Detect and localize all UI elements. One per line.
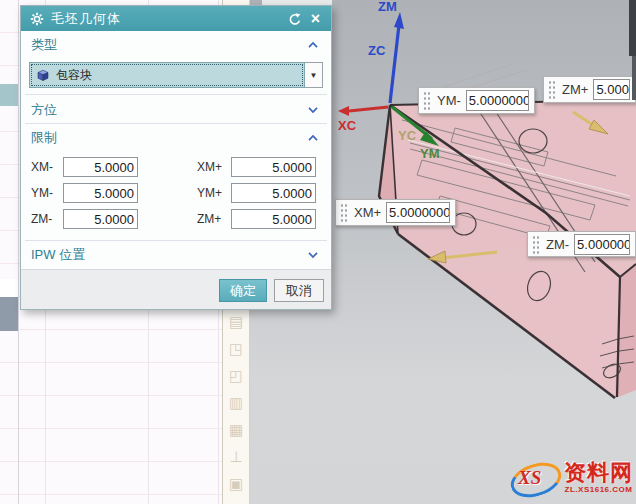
- method-icon[interactable]: ▣: [226, 474, 246, 494]
- axis-label-ym: YM: [420, 146, 440, 161]
- limit-row-y: YM- 5.0000 YM+ 5.0000: [29, 182, 323, 204]
- chevron-down-icon[interactable]: [307, 106, 319, 114]
- zm-minus-label: ZM-: [31, 212, 63, 226]
- dropdown-arrow-button[interactable]: ▼: [305, 62, 323, 88]
- zm-plus-label: ZM+: [197, 212, 231, 226]
- section-header-orientation[interactable]: 方位: [21, 99, 331, 121]
- drag-handle-icon[interactable]: [548, 80, 557, 99]
- zm-minus-float-input[interactable]: 5.0000000: [574, 234, 630, 255]
- ym-plus-label: YM+: [197, 186, 231, 200]
- xs-logo-icon: XS: [508, 458, 560, 498]
- limit-offset-fields: XM- 5.0000 XM+ 5.0000 YM- 5.0000 YM+ 5.0…: [29, 156, 323, 234]
- watermark-logo-text: XS: [518, 467, 541, 489]
- zm-plus-float-box[interactable]: ZM+ 5.0000000: [543, 76, 636, 103]
- workpiece-icon[interactable]: ◰: [226, 366, 246, 386]
- ym-minus-float-box[interactable]: YM- 5.0000000: [418, 87, 535, 114]
- section-label: IPW 位置: [31, 246, 85, 264]
- section-label: 类型: [31, 36, 57, 54]
- blank-type-dropdown[interactable]: 包容块: [29, 62, 305, 88]
- xm-plus-label: XM+: [197, 160, 231, 174]
- blank-geometry-dialog: 毛坯几何体 × 类型 包容块 ▼: [20, 5, 332, 310]
- axis-label-zc: ZC: [368, 43, 386, 58]
- ym-plus-input[interactable]: 5.0000: [231, 183, 316, 203]
- limit-row-z: ZM- 5.0000 ZM+ 5.0000: [29, 208, 323, 230]
- operation-icon[interactable]: ▥: [226, 393, 246, 413]
- dialog-title: 毛坯几何体: [51, 10, 279, 28]
- app-window: ▤ ◳ ◰ ▥ ▦ ⊥ ▣: [0, 0, 636, 504]
- watermark-site-name: 资料网: [564, 462, 633, 484]
- drag-handle-icon[interactable]: [340, 203, 349, 222]
- panel-divider: [18, 0, 19, 504]
- gear-icon: [29, 11, 44, 26]
- screen-edge-band: [629, 0, 636, 56]
- bounding-block-icon: [36, 68, 50, 82]
- xm-minus-label: XM-: [31, 160, 63, 174]
- axis-label-yc: YC: [398, 128, 417, 143]
- tool-icon[interactable]: ⊥: [226, 447, 246, 467]
- watermark-site-url: ZL.XS1616.COM: [565, 486, 633, 494]
- zm-minus-input[interactable]: 5.0000: [63, 209, 138, 229]
- limit-row-x: XM- 5.0000 XM+ 5.0000: [29, 156, 323, 178]
- drag-handle-icon[interactable]: [423, 91, 432, 110]
- zm-minus-float-box[interactable]: ZM- 5.0000000: [527, 231, 636, 257]
- ym-minus-input[interactable]: 5.0000: [63, 183, 138, 203]
- xm-plus-float-box[interactable]: XM+ 5.0000000: [335, 199, 456, 226]
- close-icon[interactable]: ×: [308, 11, 323, 26]
- reset-icon[interactable]: [286, 11, 301, 26]
- ok-button[interactable]: 确定: [219, 279, 267, 302]
- row-block: [0, 279, 18, 297]
- chevron-up-icon[interactable]: [307, 134, 319, 142]
- xm-plus-float-input[interactable]: 5.0000000: [386, 202, 450, 223]
- scrollbar-thumb[interactable]: [0, 297, 18, 331]
- dialog-titlebar[interactable]: 毛坯几何体 ×: [21, 6, 331, 31]
- machining-setup-icon[interactable]: ◳: [226, 339, 246, 359]
- chevron-down-icon[interactable]: [307, 251, 319, 259]
- blank-type-value: 包容块: [56, 67, 92, 84]
- xm-minus-input[interactable]: 5.0000: [63, 157, 138, 177]
- dialog-footer: 确定 取消: [21, 269, 331, 309]
- section-label: 方位: [31, 101, 57, 119]
- drag-handle-icon[interactable]: [532, 235, 541, 254]
- watermark: XS 资料网 ZL.XS1616.COM: [508, 458, 633, 498]
- cancel-button[interactable]: 取消: [274, 279, 324, 302]
- zm-plus-float-input[interactable]: 5.0000000: [593, 79, 630, 100]
- ym-minus-float-input[interactable]: 5.0000000: [466, 90, 529, 111]
- screen-edge-band: [632, 56, 636, 100]
- chevron-up-icon[interactable]: [307, 41, 319, 49]
- ym-minus-label: YM-: [31, 186, 63, 200]
- section-label: 限制: [31, 129, 57, 147]
- axis-label-zm: ZM: [378, 0, 397, 14]
- zm-plus-input[interactable]: 5.0000: [231, 209, 316, 229]
- xm-plus-float-label: XM+: [354, 205, 381, 220]
- section-header-type[interactable]: 类型: [21, 34, 331, 56]
- create-geometry-icon[interactable]: ▤: [226, 312, 246, 332]
- selected-row-highlight: [0, 84, 18, 106]
- zm-minus-float-label: ZM-: [546, 237, 569, 252]
- section-header-ipw-position[interactable]: IPW 位置: [21, 244, 331, 266]
- zm-plus-float-label: ZM+: [562, 82, 588, 97]
- xm-plus-input[interactable]: 5.0000: [231, 157, 316, 177]
- program-order-icon[interactable]: ▦: [226, 420, 246, 440]
- section-header-limits[interactable]: 限制: [21, 127, 331, 149]
- ym-minus-float-label: YM-: [437, 93, 461, 108]
- axis-label-xc: XC: [338, 118, 357, 133]
